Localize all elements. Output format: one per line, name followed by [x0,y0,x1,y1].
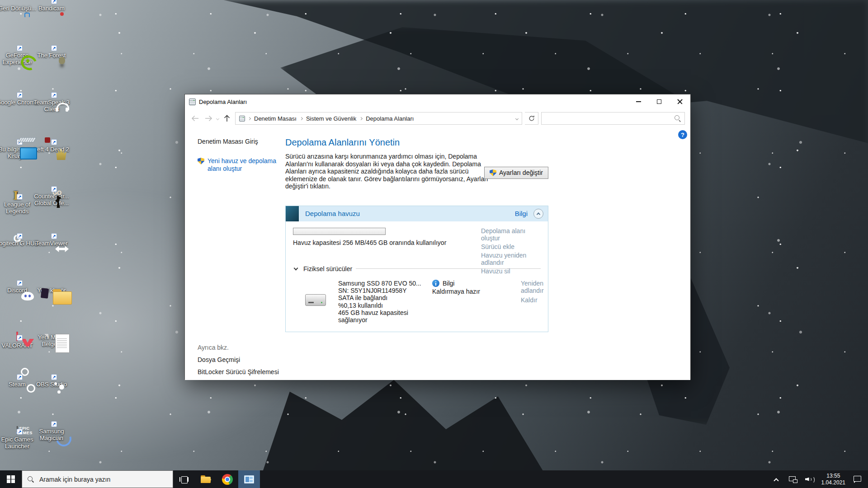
breadcrumb-system-security[interactable]: Sistem ve Güvenlik [306,115,357,122]
collapse-chevron-icon[interactable] [533,209,543,219]
valorant-icon [16,332,18,341]
sidebar: Denetim Masası Giriş Yeni havuz ve depol… [185,128,285,173]
hidden-icons-chevron-icon[interactable] [771,474,781,485]
change-settings-button[interactable]: Ayarları değiştir [484,167,548,179]
back-icon[interactable] [189,113,200,124]
sidebar-control-panel-home-link[interactable]: Denetim Masası Giriş [198,138,281,145]
drive-details: Samsung SSD 870 EVO 50... SN: S5Y1NJ0R11… [338,280,420,324]
desktop-icon-bandicam[interactable]: Bandicam [34,4,69,51]
drive-status-title: Bilgi [443,280,454,287]
drive-usage: %0,13 kullanıldı [338,302,420,309]
task-view-button[interactable] [173,470,195,488]
start-button[interactable] [0,470,22,488]
refresh-icon[interactable] [525,112,538,125]
desktop-icon-grid: Geri Dönüşü... Bandicam GeForce Experien… [0,4,69,474]
window-body: ? Denetim Masası Giriş Yeni havuz ve dep… [185,128,690,380]
file-explorer-icon [201,475,211,483]
explorer-toolbar: Denetim Masası Sistem ve Güvenlik Depola… [185,109,690,128]
taskbar-search-box[interactable] [22,470,173,488]
storage-spaces-window: Depolama Alanları Denetim Masası [184,94,691,380]
minimize-button[interactable] [628,94,649,109]
bitlocker-link[interactable]: BitLocker Sürücü Şifrelemesi [198,368,279,375]
remove-drive-link[interactable]: Kaldır [521,296,544,304]
desktop-icon-obs[interactable]: OBS Studio [34,380,69,427]
breadcrumb-separator-icon[interactable] [359,117,363,120]
storage-pool-body: Havuz kapasitesi 256 MB/465 GB oranında … [286,221,548,332]
clock-time: 13:55 [821,473,845,479]
delete-pool-link[interactable]: Havuzu sil [481,267,542,275]
desktop-icon-geforce[interactable]: GeForce Experience [0,51,34,98]
pool-info-link[interactable]: Bilgi [515,210,528,217]
desktop-icon-the-forest[interactable]: The Forest [34,51,69,98]
file-explorer-button[interactable] [195,470,217,488]
add-drive-link[interactable]: Sürücü ekle [481,243,542,250]
system-tray: 13:55 1.04.2021 [771,470,868,488]
shortcut-arrow-icon [17,92,23,98]
address-bar[interactable]: Denetim Masası Sistem ve Güvenlik Depola… [235,112,522,125]
info-icon [432,280,439,287]
windows-logo-icon [7,475,15,483]
create-storage-space-link[interactable]: Depolama alanı oluştur [481,227,542,242]
desktop-icon-samsung-magician[interactable]: Samsung Magician [34,427,69,474]
shortcut-arrow-icon [17,374,23,380]
breadcrumb-storage-spaces[interactable]: Depolama Alanları [365,115,414,122]
uac-shield-icon [198,158,204,164]
sidebar-create-pool-task[interactable]: Yeni havuz ve depolama alanı oluştur [198,157,281,173]
close-button[interactable] [670,94,690,109]
desktop-icon-csgo[interactable]: GO Counter-Str... Global Offe... [34,192,69,239]
storage-spaces-taskbar-button[interactable] [238,470,260,488]
file-history-link[interactable]: Dosya Geçmişi [198,356,279,363]
desktop-icon-steam[interactable]: Steam [0,380,34,427]
title-bar[interactable]: Depolama Alanları [185,94,690,109]
rename-pool-link[interactable]: Havuzu yeniden adlandır [481,252,542,266]
shortcut-arrow-icon [51,421,57,427]
maximize-button[interactable] [649,94,670,109]
drive-status: Bilgi Kaldırmaya hazır [432,280,510,324]
pool-title: Depolama havuzu [305,210,360,217]
shortcut-arrow-icon [51,186,57,192]
drive-serial: SN: S5Y1NJ0R114958Y [338,287,420,294]
task-view-icon [179,476,189,483]
drive-capacity: 465 GB havuz kapasitesi sağlanıyor [338,309,419,324]
desktop-icon-this-pc[interactable]: Bu bilgisayar - Kısayol [0,145,34,192]
desktop-icon-l4d2[interactable]: Left 4 Dead 2 [34,145,69,192]
chevron-down-icon[interactable] [294,266,298,271]
main-content: Depolama Alanlarını Yönetin Sürücü arıza… [285,128,548,332]
chrome-taskbar-button[interactable] [217,470,238,488]
desktop-icon-teamviewer[interactable]: TeamViewer [34,239,69,286]
explorer-search-box[interactable] [541,112,685,125]
desktop-icon-epic[interactable]: EPIC GAMES Epic Games Launcher [0,427,34,474]
desktop-icon-discord[interactable]: Discord [0,286,34,333]
explorer-search-input[interactable] [545,115,675,122]
address-dropdown-chevron-icon[interactable] [515,117,519,120]
action-center-icon[interactable] [852,474,862,485]
league-of-legends-icon: L [17,191,18,200]
hard-drive-icon [305,294,326,306]
breadcrumb-control-panel[interactable]: Denetim Masası [254,115,297,122]
drive-model: Samsung SSD 870 EVO 50... [338,280,420,287]
volume-icon[interactable] [805,474,815,485]
network-icon[interactable] [788,474,798,485]
search-icon [28,476,34,483]
help-icon[interactable]: ? [678,130,687,139]
up-icon[interactable] [222,113,232,124]
breadcrumb-separator-icon[interactable] [248,117,251,120]
pool-actions: Depolama alanı oluştur Sürücü ekle Havuz… [481,227,542,276]
rename-drive-link[interactable]: Yeniden adlandır [521,280,544,294]
search-icon[interactable] [675,115,681,122]
shortcut-arrow-icon [51,374,57,380]
shortcut-arrow-icon [17,139,23,145]
desktop-icon-new-folder[interactable]: Yeni klasör [34,286,69,333]
desktop-icon-new-text-doc[interactable]: Yeni Metin Belgesi [34,333,69,380]
recent-pages-chevron-icon[interactable] [216,117,219,120]
desktop-icon-teamspeak[interactable]: TeamSpeak 3 Client [34,98,69,145]
shortcut-arrow-icon [17,194,23,200]
page-description: Sürücü arızasına karşı korunmanıza yardı… [285,153,497,190]
forward-icon[interactable] [203,113,214,124]
breadcrumb-separator-icon[interactable] [300,117,303,120]
taskbar-clock[interactable]: 13:55 1.04.2021 [821,473,845,486]
pool-accent-tile [286,206,299,221]
shortcut-arrow-icon [17,335,23,341]
taskbar-search-input[interactable] [38,475,167,483]
chrome-icon [222,474,233,485]
